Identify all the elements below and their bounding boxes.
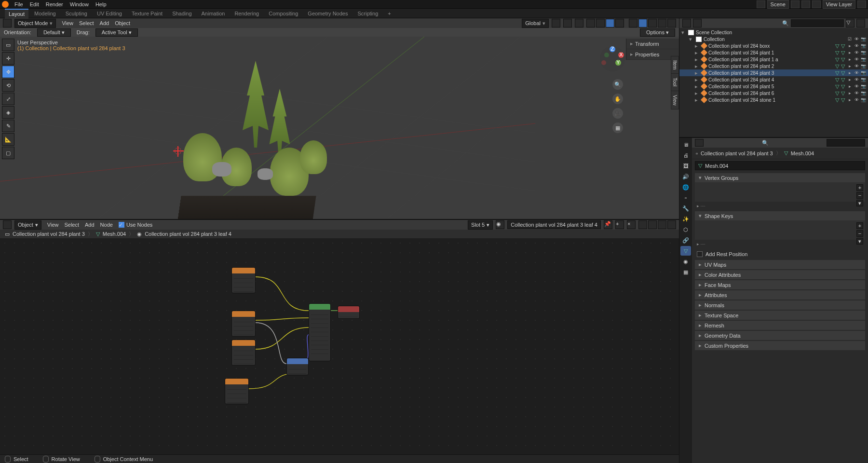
workspace-tab-uv-editing[interactable]: UV Editing — [93, 9, 126, 18]
outliner-scene-collection[interactable]: ▾ Scene Collection — [679, 29, 868, 36]
shader-type-dropdown[interactable]: Object ▾ — [14, 220, 41, 230]
shader-menu-view[interactable]: View — [44, 222, 62, 228]
world-properties-tab[interactable]: 🌐 — [680, 182, 691, 192]
outliner-collection[interactable]: ▾ Collection ☑👁📷 — [679, 36, 868, 42]
hide-viewport-icon[interactable]: 👁 — [854, 77, 859, 82]
outliner-object-row[interactable]: ▸Collection plant vol 284 stone 1▽▽▸👁📷 — [679, 96, 868, 103]
material-slot-dropdown[interactable]: Slot 5 ▾ — [468, 220, 493, 230]
shading-matprev-icon[interactable] — [648, 19, 657, 27]
use-nodes-checkbox[interactable]: ✓ Use Nodes — [119, 222, 152, 228]
workspace-tab-texture-paint[interactable]: Texture Paint — [128, 9, 166, 18]
specials-button[interactable]: ▾ — [856, 200, 863, 206]
editor-type-icon[interactable] — [682, 19, 691, 27]
orientation-dropdown[interactable]: Default ▾ — [37, 28, 71, 37]
outliner-object-row[interactable]: ▸Collection plant vol 284 plant 3▽▽▸👁📷 — [679, 69, 868, 76]
viewlayer-new-button[interactable] — [857, 0, 866, 8]
properties-search-input[interactable] — [827, 139, 865, 147]
panel-header[interactable]: ▸Color Attributes — [695, 270, 865, 279]
pivot-icon[interactable] — [552, 19, 560, 27]
material-properties-tab[interactable]: ◉ — [680, 257, 691, 266]
panel-header[interactable]: ▾Vertex Groups — [695, 173, 865, 182]
crumb-mesh[interactable]: Mesh.004 — [103, 231, 126, 237]
scene-new-button[interactable] — [791, 0, 800, 8]
hide-viewport-icon[interactable]: 👁 — [854, 50, 859, 55]
outliner-object-row[interactable]: ▸Collection plant vol 284 plant 6▽▽▸👁📷 — [679, 90, 868, 96]
disable-select-icon[interactable]: ▸ — [847, 97, 853, 103]
disable-select-icon[interactable]: ▸ — [847, 77, 853, 82]
menu-help[interactable]: Help — [93, 0, 109, 8]
outliner-object-row[interactable]: ▸Collection plant vol 284 plant 1 a▽▽▸👁📷 — [679, 56, 868, 63]
mode-dropdown[interactable]: Object Mode ▾ — [14, 19, 56, 28]
viewlayer-browse-icon[interactable] — [812, 0, 821, 8]
viewport-menu-select[interactable]: Select — [76, 20, 97, 26]
hide-viewport-icon[interactable]: 👁 — [854, 97, 859, 103]
workspace-tab-scripting[interactable]: Scripting — [353, 9, 382, 18]
transform-orientation-dropdown[interactable]: Global ▾ — [522, 19, 549, 28]
overlay-toggle-icon[interactable] — [648, 220, 657, 229]
image-texture-node[interactable] — [225, 378, 249, 404]
crumb-material[interactable]: Collection plant vol 284 plant 3 leaf 4 — [145, 231, 231, 237]
material-name-field[interactable]: Collection plant vol 284 plant 3 leaf 4 — [507, 220, 601, 229]
editor-type-icon[interactable] — [3, 19, 12, 27]
crumb-object[interactable]: Collection plant vol 284 plant 3 — [13, 231, 85, 237]
image-texture-node[interactable] — [231, 311, 256, 337]
options-dropdown[interactable]: Options ▾ — [640, 28, 675, 37]
scale-tool[interactable]: ⤢ — [2, 93, 14, 105]
backdrop-icon[interactable] — [667, 220, 676, 229]
material-pin-icon[interactable]: 📌 — [604, 220, 612, 229]
panel-header[interactable]: ▸Remesh — [695, 321, 865, 330]
scene-properties-tab[interactable]: 🔊 — [680, 172, 691, 181]
hide-render-icon[interactable]: 📷 — [860, 90, 866, 96]
normal-map-node[interactable] — [286, 358, 309, 375]
zoom-gizmo-icon[interactable]: 🔍 — [612, 79, 623, 90]
visibility-icon[interactable] — [586, 19, 595, 27]
pin-icon[interactable] — [658, 220, 666, 229]
crumb-object[interactable]: Collection plant vol 284 plant 3 — [701, 150, 773, 156]
display-mode-icon[interactable] — [693, 19, 702, 27]
annotate-tool[interactable]: ✎ — [2, 120, 14, 132]
panel-header[interactable]: ▸UV Maps — [695, 260, 865, 269]
render-properties-tab[interactable]: 🖥 — [680, 140, 691, 150]
disable-select-icon[interactable]: ▸ — [847, 63, 853, 69]
particle-properties-tab[interactable]: ✨ — [680, 214, 691, 224]
node-canvas[interactable] — [0, 238, 679, 454]
image-texture-node[interactable] — [231, 340, 256, 366]
material-new-button[interactable]: + — [615, 220, 624, 229]
outliner-search-input[interactable] — [791, 19, 844, 27]
image-texture-node[interactable] — [231, 267, 256, 293]
move-tool[interactable]: ✥ — [2, 66, 14, 78]
exclude-checkbox-icon[interactable]: ☑ — [847, 36, 853, 42]
panel-header[interactable]: ▾Shape Keys — [695, 211, 865, 220]
output-properties-tab[interactable]: 🖨 — [680, 150, 691, 160]
hide-render-icon[interactable]: 📷 — [860, 43, 866, 49]
modifier-properties-tab[interactable]: 🔧 — [680, 204, 691, 213]
disable-select-icon[interactable]: ▸ — [847, 90, 853, 96]
filter-icon[interactable]: ▽ — [846, 19, 854, 27]
outliner-object-row[interactable]: ▸Collection plant vol 284 plant 1▽▽▸👁📷 — [679, 49, 868, 56]
snap-toggle-icon[interactable] — [638, 220, 647, 229]
specials-button[interactable]: ▾ — [856, 238, 863, 245]
editor-type-icon[interactable] — [3, 220, 12, 229]
outliner-object-row[interactable]: ▸Collection plant vol 284 plant 4▽▽▸👁📷 — [679, 76, 868, 83]
hide-render-icon[interactable]: 📷 — [860, 56, 866, 62]
shading-solid-icon[interactable] — [638, 19, 647, 27]
perspective-gizmo-icon[interactable]: ▦ — [612, 123, 623, 133]
menu-edit[interactable]: Edit — [27, 0, 42, 8]
measure-tool[interactable]: 📐 — [2, 133, 14, 146]
gizmo-toggle-icon[interactable] — [596, 19, 605, 27]
hide-viewport-icon[interactable]: 👁 — [854, 90, 859, 96]
outliner-object-row[interactable]: ▸Collection plant vol 284 plant 2▽▽▸👁📷 — [679, 63, 868, 69]
menu-window[interactable]: Window — [67, 0, 92, 8]
hide-render-icon[interactable]: 📷 — [860, 50, 866, 55]
workspace-tab-animation[interactable]: Animation — [198, 9, 229, 18]
shader-menu-select[interactable]: Select — [61, 222, 82, 228]
workspace-tab-modeling[interactable]: Modeling — [30, 9, 60, 18]
n-panel-transform[interactable]: ▸Transform — [626, 39, 679, 49]
panel-header[interactable]: ▸Custom Properties — [695, 341, 865, 350]
add-cube-tool[interactable]: ▢ — [2, 147, 14, 159]
cursor-tool[interactable]: ✛ — [2, 52, 14, 65]
n-tab-tool[interactable]: Tool — [671, 73, 679, 91]
proportional-edit-icon[interactable] — [575, 19, 583, 27]
disable-select-icon[interactable]: ▸ — [847, 70, 853, 76]
hide-render-icon[interactable]: 📷 — [860, 97, 866, 103]
